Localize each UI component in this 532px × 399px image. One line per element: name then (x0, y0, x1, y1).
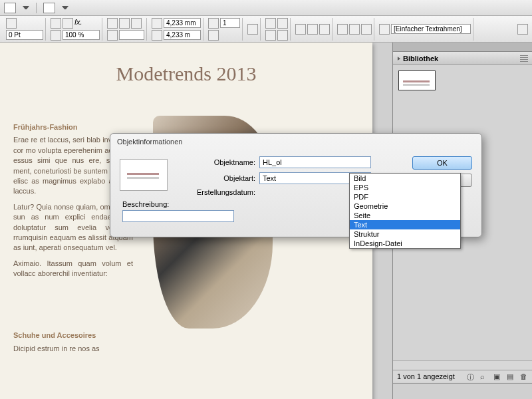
distribute-icon[interactable] (337, 24, 348, 35)
dropdown-option[interactable]: Struktur (350, 229, 460, 239)
object-name-input[interactable] (259, 156, 371, 168)
fx-icon[interactable] (63, 18, 73, 29)
inset-icon[interactable] (277, 30, 288, 41)
object-type-dropdown[interactable]: BildEPSPDFGeometrieSeiteTextStrukturInDe… (349, 173, 461, 249)
search-icon[interactable]: ⌕ (480, 372, 488, 380)
baseline-icon[interactable] (295, 24, 306, 35)
dropdown-option[interactable]: Seite (350, 211, 460, 220)
section-heading: Schuhe und Accesoires (13, 331, 133, 340)
inset-icon[interactable] (277, 18, 288, 29)
cols-icon[interactable] (208, 18, 219, 29)
gutter-icon[interactable] (208, 30, 219, 41)
align-icon[interactable] (131, 18, 142, 29)
stroke-swatch-icon[interactable] (6, 18, 17, 29)
desc-label: Beschreibung: (122, 200, 202, 208)
dim-y-field[interactable]: 4,233 m (164, 30, 201, 40)
section-heading: Frühjahrs-Fashion (13, 122, 133, 132)
trash-icon[interactable]: 🗑 (520, 372, 528, 380)
info-icon[interactable]: ⓘ (467, 372, 475, 380)
crop-icon[interactable] (152, 18, 162, 29)
ok-button[interactable]: OK (412, 156, 472, 170)
opacity-field[interactable]: 100 % (63, 30, 100, 40)
name-label: Objektname: (176, 158, 255, 166)
distribute-icon[interactable] (349, 24, 360, 35)
tool-grid-icon[interactable] (43, 3, 55, 13)
dropdown-option[interactable]: PDF (350, 192, 460, 201)
page-title: Modetrends 2013 (0, 63, 372, 85)
date-label: Erstellungsdatum: (176, 188, 255, 196)
dropdown-option[interactable]: EPS (350, 183, 460, 192)
toggle-icon[interactable] (517, 24, 528, 35)
tool-rect-icon[interactable] (4, 3, 16, 13)
panel-header[interactable]: Bibliothek (393, 52, 532, 65)
stroke-weight-field[interactable]: 0 Pt (6, 30, 43, 40)
scrollbar[interactable] (393, 383, 532, 399)
inset-icon[interactable] (265, 18, 276, 29)
distribute-icon[interactable] (361, 24, 372, 35)
body-text: Dicipid estrum in re nos as (13, 344, 133, 354)
status-text: 1 von 1 angezeigt (397, 372, 455, 380)
dropdown-icon[interactable] (62, 6, 68, 9)
panel-status-bar: 1 von 1 angezeigt ⓘ ⌕ ▣ ▤ 🗑 (393, 370, 532, 382)
scrollbar[interactable] (393, 360, 532, 370)
dropdown-option[interactable]: Text (350, 220, 460, 229)
panel-title: Bibliothek (403, 55, 438, 63)
description-input[interactable] (122, 210, 234, 222)
dropdown-option[interactable]: Geometrie (350, 201, 460, 211)
separator (36, 3, 37, 13)
body-text: Aximaio. Itassum quam volum et vollacc a… (13, 259, 133, 279)
cols-field[interactable]: 1 (220, 18, 240, 28)
frame-type-select[interactable]: [Einfacher Textrahmen] (391, 24, 471, 34)
dim-x-field[interactable]: 4,233 mm (164, 18, 201, 28)
opacity-icon[interactable] (51, 30, 61, 41)
control-toolbar: 0 Pt fx. 100 % 4,233 mm 4,233 m 1 (0, 16, 532, 43)
wrap-icon[interactable] (107, 30, 118, 41)
type-label: Objektart: (176, 174, 255, 182)
frame-type-icon[interactable] (379, 24, 390, 35)
menubar (0, 0, 532, 16)
align-icon[interactable] (107, 18, 118, 29)
dropdown-option[interactable]: Bild (350, 174, 460, 183)
crop-icon[interactable] (152, 30, 162, 41)
valign-icon[interactable] (247, 24, 258, 35)
wrap-field[interactable] (119, 30, 144, 40)
dropdown-icon[interactable] (23, 6, 29, 9)
dialog-title: Objektinformationen (110, 134, 481, 150)
panel-menu-icon[interactable] (520, 55, 528, 62)
new-icon[interactable]: ▣ (493, 372, 501, 380)
library-item-thumb[interactable] (398, 70, 436, 90)
baseline-icon[interactable] (307, 24, 318, 35)
align-icon[interactable] (119, 18, 130, 29)
object-preview-thumb (120, 159, 168, 191)
new-icon[interactable]: ▤ (507, 372, 515, 380)
fx-icon[interactable] (51, 18, 61, 29)
object-info-dialog: Objektinformationen Objektname: Objektar… (110, 133, 482, 237)
baseline-icon[interactable] (319, 24, 330, 35)
select-value: Text (263, 174, 276, 182)
inset-icon[interactable] (265, 30, 276, 41)
dropdown-option[interactable]: InDesign-Datei (350, 239, 460, 248)
